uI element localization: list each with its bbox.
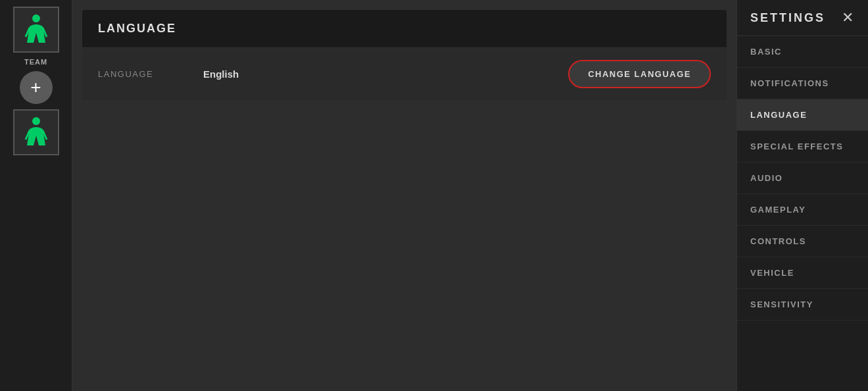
language-row: LANGUAGE English CHANGE LANGUAGE: [82, 48, 727, 100]
close-button[interactable]: ✕: [840, 11, 855, 25]
settings-panel: LANGUAGE LANGUAGE English CHANGE LANGUAG…: [82, 10, 727, 100]
avatar-figure-1: [23, 12, 49, 48]
avatar-box-1[interactable]: [13, 7, 59, 53]
avatar-figure-2: [23, 115, 49, 151]
plus-icon: +: [30, 78, 41, 97]
left-sidebar: TEAM +: [0, 0, 72, 391]
nav-item-basic[interactable]: BASIC: [737, 36, 868, 68]
panel-header: LANGUAGE: [82, 10, 727, 48]
nav-item-gameplay[interactable]: GAMEPLAY: [737, 194, 868, 226]
add-team-button[interactable]: +: [20, 71, 53, 104]
nav-items-container: BASICNOTIFICATIONSLANGUAGESPECIAL EFFECT…: [737, 36, 868, 321]
nav-item-sensitivity[interactable]: SENSITIVITY: [737, 289, 868, 321]
main-content: LANGUAGE LANGUAGE English CHANGE LANGUAG…: [72, 0, 736, 391]
nav-item-vehicle[interactable]: VEHICLE: [737, 257, 868, 289]
nav-item-controls[interactable]: CONTROLS: [737, 226, 868, 257]
language-row-label: LANGUAGE: [98, 69, 203, 79]
nav-item-language[interactable]: LANGUAGE: [737, 99, 868, 131]
team-label: TEAM: [24, 58, 47, 66]
nav-item-audio[interactable]: AUDIO: [737, 163, 868, 194]
nav-item-special-effects[interactable]: SPECIAL EFFECTS: [737, 131, 868, 163]
change-language-button[interactable]: CHANGE LANGUAGE: [568, 60, 711, 88]
right-sidebar: SETTINGS ✕ BASICNOTIFICATIONSLANGUAGESPE…: [736, 0, 868, 391]
settings-header: SETTINGS ✕: [737, 0, 868, 36]
svg-point-0: [32, 14, 40, 22]
language-row-value: English: [203, 68, 568, 80]
avatar-box-2[interactable]: [13, 109, 59, 155]
svg-point-3: [32, 117, 40, 125]
panel-header-title: LANGUAGE: [98, 22, 176, 35]
nav-item-notifications[interactable]: NOTIFICATIONS: [737, 68, 868, 99]
settings-title: SETTINGS: [750, 11, 825, 25]
